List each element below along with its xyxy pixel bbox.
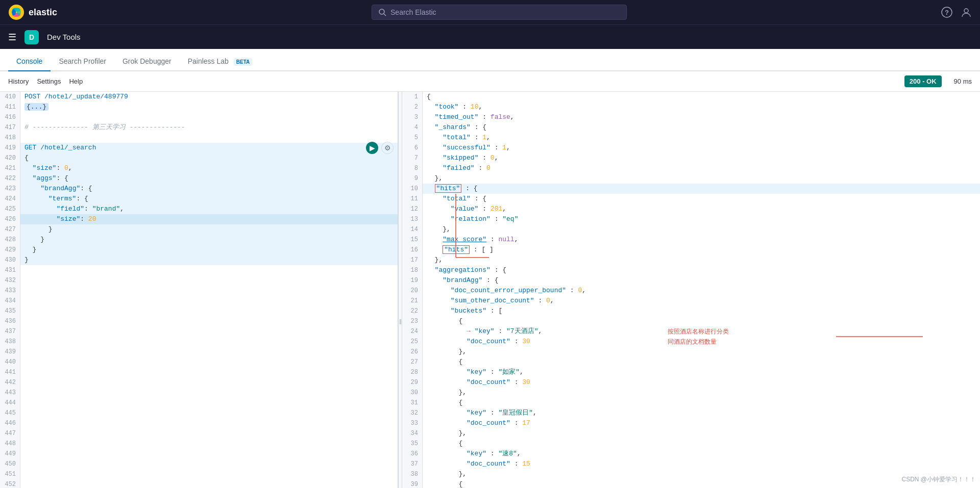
- table-row: 430 }: [0, 255, 398, 265]
- table-row: 419 GET /hotel/_search ▶ ⚙: [0, 143, 398, 153]
- left-panel: 410 POST /hotel/_update/489779 411 {...}…: [0, 92, 398, 488]
- table-row: 30 },: [402, 388, 980, 398]
- table-row: 425 "field": "brand",: [0, 204, 398, 214]
- annotation-hotel-label: 按照酒店名称进行分类: [668, 326, 729, 337]
- svg-point-5: [379, 9, 384, 14]
- svg-point-3: [12, 9, 16, 15]
- table-row: 37 "doc_count" : 15: [402, 459, 980, 469]
- table-row: 22 "buckets" : [: [402, 306, 980, 316]
- search-bar[interactable]: Search Elastic: [372, 5, 627, 20]
- table-row: 34 },: [402, 428, 980, 439]
- table-row: 438: [0, 337, 398, 347]
- left-code-area[interactable]: 410 POST /hotel/_update/489779 411 {...}…: [0, 92, 398, 488]
- table-row: 431: [0, 265, 398, 275]
- search-profiler-button[interactable]: ⚙: [381, 142, 394, 154]
- table-row: 437: [0, 326, 398, 337]
- table-row: 9 },: [402, 173, 980, 184]
- table-row: 35 {: [402, 439, 980, 449]
- help-icon[interactable]: ?: [941, 7, 952, 18]
- table-row: 434: [0, 296, 398, 306]
- run-button[interactable]: ▶: [366, 142, 378, 154]
- table-row: 416: [0, 112, 398, 122]
- table-row: 443: [0, 388, 398, 398]
- tab-console[interactable]: Console: [8, 52, 51, 71]
- table-row: 2 "took" : 10,: [402, 102, 980, 112]
- watermark: CSDN @小钟爱学习！！！: [901, 475, 976, 484]
- table-row: 429 }: [0, 245, 398, 255]
- table-row: 433: [0, 286, 398, 296]
- table-row: 29 "doc_count" : 30: [402, 377, 980, 388]
- table-row: 16 "hits" : [ ]: [402, 245, 980, 255]
- table-row: 20 "doc_count_error_upper_bound" : 0,: [402, 286, 980, 296]
- panel-divider[interactable]: ‖: [398, 92, 402, 488]
- table-row: 423 "brandAgg": {: [0, 184, 398, 194]
- table-row: 3 "timed_out" : false,: [402, 112, 980, 122]
- table-row: 441: [0, 367, 398, 377]
- table-row: 447: [0, 428, 398, 439]
- settings-button[interactable]: Settings: [37, 78, 61, 85]
- svg-text:?: ?: [945, 9, 949, 16]
- table-row: 442: [0, 377, 398, 388]
- svg-line-6: [384, 14, 386, 16]
- table-row: 32 "key" : "皇冠假日",: [402, 408, 980, 418]
- table-row: 24 → "key" : "7天酒店", 按照酒店名称进行分类: [402, 326, 980, 337]
- table-row: 39 {: [402, 479, 980, 488]
- table-row: 410 POST /hotel/_update/489779: [0, 92, 398, 102]
- table-row: 6 "successful" : 1,: [402, 143, 980, 153]
- time-badge: 90 ms: [954, 78, 972, 85]
- table-row: 8 "failed" : 0: [402, 163, 980, 173]
- search-bar-container: Search Elastic: [65, 5, 933, 20]
- table-row: 7 "skipped" : 0,: [402, 153, 980, 163]
- table-row: 36 "key" : "速8",: [402, 449, 980, 459]
- table-row: 5 "total" : 1,: [402, 133, 980, 143]
- table-row: 25 "doc_count" : 30 同酒店的文档数量: [402, 337, 980, 347]
- table-row: 12 "value" : 201,: [402, 204, 980, 214]
- table-row: 451: [0, 469, 398, 479]
- tab-grok-debugger[interactable]: Grok Debugger: [114, 52, 180, 71]
- table-row: 13 "relation" : "eq": [402, 214, 980, 224]
- table-row: 11 "total" : {: [402, 194, 980, 204]
- table-row: 1 {: [402, 92, 980, 102]
- search-icon: [378, 8, 386, 16]
- table-row: 417 # -------------- 第三天学习 -------------…: [0, 122, 398, 133]
- table-row: 14 },: [402, 224, 980, 235]
- table-row: 27 {: [402, 357, 980, 367]
- elastic-text: elastic: [29, 7, 57, 18]
- table-row: 427 }: [0, 224, 398, 235]
- table-row: 435: [0, 306, 398, 316]
- table-row: 448: [0, 439, 398, 449]
- action-bar: History Settings Help 200 - OK 90 ms: [0, 71, 980, 92]
- table-row: 449: [0, 449, 398, 459]
- table-row: 422 "aggs": {: [0, 173, 398, 184]
- table-row: 10 "hits" : {: [402, 184, 980, 194]
- elastic-logo[interactable]: elastic: [8, 4, 57, 20]
- table-row: 418: [0, 133, 398, 143]
- table-row: 4 "_shards" : {: [402, 122, 980, 133]
- user-icon[interactable]: [961, 7, 972, 18]
- table-row: 31 {: [402, 398, 980, 408]
- table-row: 15 "max_score" : null,: [402, 235, 980, 245]
- tab-search-profiler[interactable]: Search Profiler: [51, 52, 114, 71]
- table-row: 19 "brandAgg" : {: [402, 275, 980, 286]
- d-badge: D: [24, 30, 39, 44]
- history-button[interactable]: History: [8, 78, 29, 85]
- table-row: 28 "key" : "如家",: [402, 367, 980, 377]
- table-row: 436: [0, 316, 398, 326]
- second-bar: ☰ D Dev Tools: [0, 24, 980, 49]
- table-row: 424 "terms": {: [0, 194, 398, 204]
- table-row: 38 },: [402, 469, 980, 479]
- table-row: 17 },: [402, 255, 980, 265]
- hamburger-menu[interactable]: ☰: [8, 32, 16, 43]
- tab-painless-lab[interactable]: Painless Lab BETA: [180, 52, 261, 71]
- beta-badge: BETA: [234, 58, 252, 66]
- svg-point-4: [17, 9, 21, 15]
- table-row: 444: [0, 398, 398, 408]
- status-badge: 200 - OK: [904, 75, 942, 87]
- right-code-area[interactable]: 1 { 2 "took" : 10, 3 "timed_out" : false…: [402, 92, 980, 488]
- table-row: 452: [0, 479, 398, 488]
- table-row: 26 },: [402, 347, 980, 357]
- table-row: 21 "sum_other_doc_count" : 0,: [402, 296, 980, 306]
- tab-bar: Console Search Profiler Grok Debugger Pa…: [0, 49, 980, 71]
- help-button[interactable]: Help: [69, 78, 83, 85]
- table-row: 420 {: [0, 153, 398, 163]
